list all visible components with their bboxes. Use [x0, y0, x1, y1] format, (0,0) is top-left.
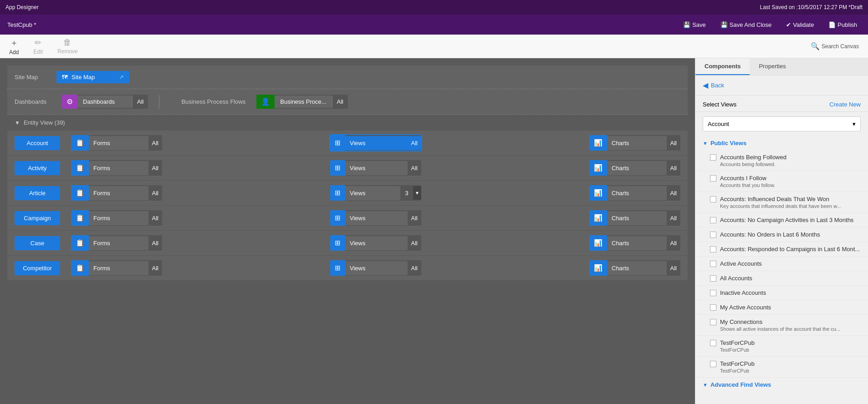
list-item[interactable]: TestForCPub TestForCPub: [695, 336, 868, 357]
views-component[interactable]: ⊞ Views 3 ▾: [330, 185, 421, 201]
forms-label: Forms: [89, 261, 148, 275]
view-desc: Key accounts that influenced deals that …: [720, 203, 857, 209]
view-name: My Connections: [720, 318, 762, 325]
list-item[interactable]: All Accounts: [695, 271, 868, 286]
remove-button[interactable]: 🗑 Remove: [54, 36, 82, 56]
tab-properties[interactable]: Properties: [750, 58, 795, 75]
list-item[interactable]: Accounts: Responded to Campaigns in Last…: [695, 242, 868, 257]
bpf-chip-all: All: [332, 96, 348, 108]
sitemap-box[interactable]: 🗺 Site Map ↗: [56, 71, 129, 83]
back-button[interactable]: ◀ Back: [695, 76, 868, 96]
view-checkbox[interactable]: [710, 304, 716, 311]
view-desc: Accounts being followed.: [720, 162, 857, 167]
view-checkbox[interactable]: [710, 217, 716, 223]
list-item[interactable]: Accounts: Influenced Deals That We Won K…: [695, 192, 868, 213]
entity-name-button[interactable]: Activity: [15, 161, 60, 175]
charts-component[interactable]: 📊 Charts All: [589, 185, 680, 201]
panel-content[interactable]: ◀ Back Select Views Create New Account ▾…: [695, 76, 868, 404]
list-item[interactable]: Accounts: No Campaign Activities in Last…: [695, 213, 868, 227]
publish-button[interactable]: 📄 Publish: [825, 20, 861, 30]
entity-row: Account 📋 Forms All ⊞ Views All 📊 Charts…: [7, 131, 688, 156]
view-checkbox[interactable]: [710, 261, 716, 267]
charts-icon: 📊: [589, 260, 607, 276]
advanced-collapse-icon[interactable]: ▼: [703, 382, 708, 388]
public-views-header: ▼ Public Views: [695, 136, 868, 150]
create-new-link[interactable]: Create New: [829, 101, 861, 108]
entity-name-button[interactable]: Campaign: [15, 211, 60, 225]
forms-component[interactable]: 📋 Forms All: [71, 185, 162, 201]
charts-component[interactable]: 📊 Charts All: [589, 260, 680, 276]
view-checkbox[interactable]: [710, 154, 716, 161]
save-and-close-button[interactable]: 💾 Save And Close: [717, 20, 776, 30]
list-item[interactable]: Accounts: No Orders in Last 6 Months: [695, 227, 868, 242]
list-item[interactable]: My Connections Shows all active instance…: [695, 315, 868, 336]
view-checkbox[interactable]: [710, 246, 716, 252]
view-checkbox[interactable]: [710, 361, 716, 367]
forms-component[interactable]: 📋 Forms All: [71, 260, 162, 276]
charts-component[interactable]: 📊 Charts All: [589, 210, 680, 226]
views-label: Views: [345, 261, 408, 275]
entity-view-title: Entity View (39): [24, 119, 65, 126]
forms-component[interactable]: 📋 Forms All: [71, 160, 162, 176]
forms-component[interactable]: 📋 Forms All: [71, 210, 162, 226]
canvas[interactable]: Site Map 🗺 Site Map ↗ Dashboards ⚙ Dashb…: [0, 58, 695, 404]
app-title: App Designer: [5, 4, 39, 10]
list-item[interactable]: Inactive Accounts: [695, 286, 868, 300]
charts-all: All: [667, 186, 680, 200]
views-all: All: [408, 236, 421, 250]
forms-all: All: [148, 236, 162, 250]
list-item[interactable]: My Active Accounts: [695, 300, 868, 315]
entity-row: Competitor 📋 Forms All ⊞ Views All 📊 Cha…: [7, 256, 688, 281]
entity-name-button[interactable]: Case: [15, 236, 60, 250]
view-name: Inactive Accounts: [720, 289, 766, 296]
save-button[interactable]: 💾 Save: [679, 20, 710, 30]
sitemap-map-icon: 🗺: [62, 74, 68, 81]
charts-component[interactable]: 📊 Charts All: [589, 135, 680, 151]
search-canvas-button[interactable]: 🔍 Search Canvas: [807, 40, 863, 52]
toggle-icon[interactable]: ▼: [15, 120, 20, 126]
view-checkbox[interactable]: [710, 340, 716, 346]
view-name: All Accounts: [720, 275, 752, 282]
bpf-chip[interactable]: 👤 Business Proce... All: [256, 95, 348, 109]
view-desc: TestForCPub: [720, 347, 857, 353]
edit-button[interactable]: ✏ Edit: [30, 36, 46, 57]
tab-components[interactable]: Components: [695, 58, 750, 75]
views-component[interactable]: ⊞ Views All: [330, 210, 421, 226]
views-component[interactable]: ⊞ Views All: [330, 160, 421, 176]
forms-component[interactable]: 📋 Forms All: [71, 235, 162, 251]
view-checkbox[interactable]: [710, 232, 716, 238]
view-checkbox[interactable]: [710, 319, 716, 325]
view-checkbox[interactable]: [710, 196, 716, 202]
entity-name-button[interactable]: Article: [15, 186, 60, 200]
charts-component[interactable]: 📊 Charts All: [589, 160, 680, 176]
charts-label: Charts: [607, 261, 667, 275]
views-dropdown[interactable]: Account ▾: [703, 116, 861, 131]
top-bar: App Designer Last Saved on :10/5/2017 12…: [0, 0, 868, 15]
views-component[interactable]: ⊞ Views All: [330, 235, 421, 251]
collapse-icon[interactable]: ▼: [703, 141, 708, 146]
view-desc: Accounts that you follow.: [720, 182, 857, 188]
charts-component[interactable]: 📊 Charts All: [589, 235, 680, 251]
charts-all: All: [667, 261, 680, 275]
views-all: All: [408, 211, 421, 225]
view-checkbox[interactable]: [710, 275, 716, 282]
add-icon: ＋: [10, 37, 18, 48]
select-views-label: Select Views: [703, 101, 736, 108]
entity-name-button[interactable]: Competitor: [15, 261, 60, 275]
view-checkbox[interactable]: [710, 290, 716, 296]
list-item[interactable]: Active Accounts: [695, 257, 868, 271]
views-component[interactable]: ⊞ Views All: [330, 260, 421, 276]
views-dropdown-icon[interactable]: ▾: [413, 186, 421, 200]
list-item[interactable]: Accounts I Follow Accounts that you foll…: [695, 171, 868, 192]
entity-view-header: ▼ Entity View (39): [7, 115, 688, 131]
forms-component[interactable]: 📋 Forms All: [71, 135, 162, 151]
select-views-header: Select Views Create New: [695, 96, 868, 112]
list-item[interactable]: TestForCPub TestForCPub: [695, 357, 868, 378]
list-item[interactable]: Accounts Being Followed Accounts being f…: [695, 150, 868, 171]
dashboards-chip[interactable]: ⚙ Dashboards All: [62, 95, 148, 109]
validate-button[interactable]: ✔ Validate: [782, 20, 817, 30]
add-button[interactable]: ＋ Add: [5, 35, 22, 57]
entity-name-button[interactable]: Account: [15, 136, 60, 150]
views-component[interactable]: ⊞ Views All: [330, 135, 421, 151]
view-checkbox[interactable]: [710, 175, 716, 182]
